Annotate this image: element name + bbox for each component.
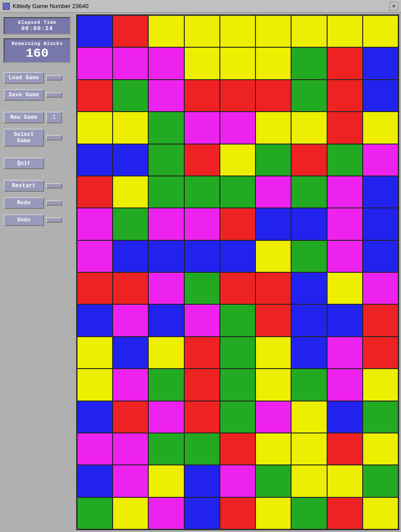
grid-cell[interactable] [363, 465, 398, 497]
grid-cell[interactable] [184, 112, 220, 144]
grid-cell[interactable] [220, 208, 255, 240]
grid-cell[interactable] [113, 401, 148, 433]
grid-cell[interactable] [77, 15, 113, 47]
grid-cell[interactable] [148, 272, 184, 304]
grid-cell[interactable] [220, 497, 255, 529]
grid-cell[interactable] [77, 47, 113, 79]
grid-cell[interactable] [148, 401, 184, 433]
grid-cell[interactable] [255, 465, 291, 497]
grid-cell[interactable] [291, 465, 327, 497]
redo-extra-button[interactable] [46, 200, 62, 206]
grid-cell[interactable] [327, 497, 363, 529]
grid-cell[interactable] [363, 401, 398, 433]
grid-cell[interactable] [255, 112, 291, 144]
grid-cell[interactable] [327, 176, 363, 208]
grid-cell[interactable] [220, 144, 255, 176]
grid-cell[interactable] [184, 15, 220, 47]
grid-cell[interactable] [291, 433, 327, 465]
grid-cell[interactable] [113, 465, 148, 497]
grid-cell[interactable] [184, 433, 220, 465]
grid-cell[interactable] [363, 240, 398, 272]
grid-cell[interactable] [184, 47, 220, 79]
select-game-extra-button[interactable] [46, 135, 62, 140]
grid-cell[interactable] [220, 337, 255, 369]
grid-cell[interactable] [220, 47, 255, 79]
grid-cell[interactable] [113, 337, 148, 369]
grid-cell[interactable] [184, 497, 220, 529]
grid-cell[interactable] [184, 401, 220, 433]
grid-cell[interactable] [148, 144, 184, 176]
new-game-button[interactable]: New Game [4, 112, 44, 123]
grid-cell[interactable] [327, 465, 363, 497]
grid-cell[interactable] [291, 144, 327, 176]
grid-cell[interactable] [327, 337, 363, 369]
grid-cell[interactable] [77, 369, 113, 401]
grid-cell[interactable] [77, 401, 113, 433]
grid-cell[interactable] [255, 15, 291, 47]
close-button[interactable]: ✕ [389, 2, 398, 11]
grid-cell[interactable] [113, 497, 148, 529]
grid-cell[interactable] [220, 112, 255, 144]
grid-cell[interactable] [113, 272, 148, 304]
grid-cell[interactable] [113, 15, 148, 47]
grid-cell[interactable] [148, 240, 184, 272]
new-game-num-button[interactable]: 1 [46, 112, 62, 123]
grid-cell[interactable] [363, 47, 398, 79]
undo-extra-button[interactable] [46, 217, 62, 223]
grid-cell[interactable] [113, 433, 148, 465]
grid-cell[interactable] [220, 272, 255, 304]
grid-cell[interactable] [220, 369, 255, 401]
grid-cell[interactable] [291, 369, 327, 401]
grid-cell[interactable] [113, 47, 148, 79]
grid-cell[interactable] [327, 47, 363, 79]
load-game-button[interactable]: Load Game [4, 72, 44, 84]
grid-cell[interactable] [113, 80, 148, 112]
grid-cell[interactable] [148, 176, 184, 208]
grid-cell[interactable] [363, 208, 398, 240]
grid-cell[interactable] [255, 80, 291, 112]
undo-button[interactable]: Undo [4, 214, 44, 226]
grid-cell[interactable] [327, 80, 363, 112]
grid-cell[interactable] [113, 208, 148, 240]
grid-cell[interactable] [148, 47, 184, 79]
grid-cell[interactable] [113, 240, 148, 272]
grid-cell[interactable] [363, 433, 398, 465]
grid-cell[interactable] [327, 144, 363, 176]
grid-cell[interactable] [291, 497, 327, 529]
grid-cell[interactable] [291, 208, 327, 240]
grid-cell[interactable] [255, 497, 291, 529]
grid-cell[interactable] [184, 176, 220, 208]
select-game-button[interactable]: Select Game [4, 129, 44, 147]
grid-cell[interactable] [255, 47, 291, 79]
grid-cell[interactable] [220, 465, 255, 497]
grid-cell[interactable] [148, 15, 184, 47]
grid-cell[interactable] [77, 272, 113, 304]
grid-cell[interactable] [327, 304, 363, 336]
save-game-extra-button[interactable] [46, 92, 62, 98]
grid-cell[interactable] [255, 433, 291, 465]
grid-cell[interactable] [255, 304, 291, 336]
grid-cell[interactable] [148, 337, 184, 369]
grid-cell[interactable] [363, 497, 398, 529]
grid-cell[interactable] [327, 433, 363, 465]
redo-button[interactable]: Redo [4, 197, 44, 209]
grid-cell[interactable] [363, 369, 398, 401]
restart-extra-button[interactable] [46, 183, 62, 189]
grid-cell[interactable] [184, 337, 220, 369]
grid-cell[interactable] [148, 497, 184, 529]
grid-cell[interactable] [255, 240, 291, 272]
grid-cell[interactable] [77, 497, 113, 529]
grid-cell[interactable] [148, 208, 184, 240]
grid-cell[interactable] [220, 15, 255, 47]
quit-button[interactable]: Quit [4, 158, 44, 169]
grid-cell[interactable] [255, 176, 291, 208]
grid-cell[interactable] [77, 433, 113, 465]
grid-cell[interactable] [220, 176, 255, 208]
grid-cell[interactable] [363, 176, 398, 208]
restart-button[interactable]: Restart [4, 180, 44, 192]
load-game-extra-button[interactable] [46, 75, 62, 81]
grid-cell[interactable] [363, 15, 398, 47]
grid-cell[interactable] [363, 112, 398, 144]
grid-cell[interactable] [184, 208, 220, 240]
grid-cell[interactable] [220, 304, 255, 336]
